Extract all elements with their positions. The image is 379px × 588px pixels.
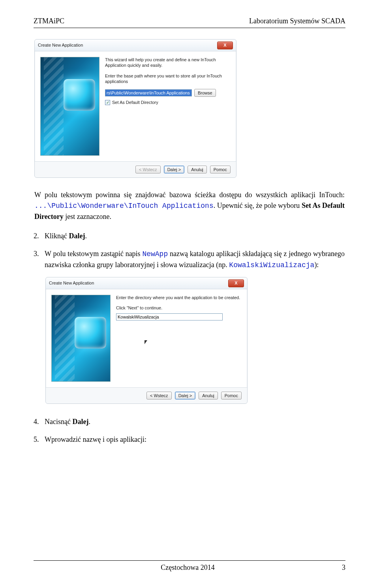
paragraph-1: W polu tekstowym powinna się znajdować b… — [34, 190, 345, 222]
s2-b1: Dalej — [69, 232, 85, 240]
step-3: W polu tekstowym zastąpić napis NewApp n… — [45, 249, 345, 404]
dialog1-titlebar: Create New Application X — [35, 40, 236, 51]
dialog2-intro1: Enter the directory where you want the a… — [116, 295, 242, 300]
cancel-button[interactable]: Anuluj — [188, 166, 207, 173]
dialog-create-app-2: Create New Application X Enter the direc… — [45, 277, 248, 404]
s3-code1: NewApp — [142, 250, 168, 258]
help-button[interactable]: Pomoc — [210, 166, 231, 173]
dialog1-title-text: Create New Application — [38, 42, 83, 49]
cancel-button[interactable]: Anuluj — [199, 392, 218, 400]
next-button[interactable]: Dalej > — [164, 166, 185, 173]
browse-button[interactable]: Browse — [194, 89, 216, 97]
header-left: ZTMAiPC — [34, 16, 64, 26]
footer-rule — [34, 560, 345, 561]
step-4: Nacisnąć Dalej. — [45, 416, 345, 427]
default-dir-label: Set As Default Directory — [112, 99, 158, 106]
next-button[interactable]: Dalej > — [175, 392, 196, 400]
step-2: Kliknąć Dalej. — [45, 231, 345, 241]
s4-b1: Dalej — [72, 418, 88, 426]
s3-t1: W polu tekstowym zastąpić napis — [45, 250, 142, 258]
s4-t2: . — [88, 418, 90, 426]
dialog2-intro2: Click "Next" to continue. — [116, 305, 242, 311]
dialog2-titlebar: Create New Application X — [46, 277, 247, 289]
s3-code2: KowalskiWizualizacja — [229, 261, 314, 269]
help-button[interactable]: Pomoc — [221, 392, 242, 400]
close-icon[interactable]: X — [217, 41, 233, 49]
wizard-side-image — [51, 295, 111, 382]
header-rule — [34, 28, 345, 28]
dialog1-footer: < Wstecz Dalej > Anuluj Pomoc — [35, 161, 236, 177]
s2-t2: . — [85, 232, 87, 240]
path-input[interactable] — [105, 89, 192, 96]
dialog-create-app-1: Create New Application X This wizard wil… — [34, 39, 236, 178]
step-5: Wprowadzić nazwę i opis aplikacji: — [45, 434, 345, 445]
header-right: Laboratorium Systemów SCADA — [249, 16, 345, 26]
s4-t1: Nacisnąć — [45, 418, 72, 426]
p1-t3: jest zaznaczone. — [64, 213, 111, 220]
check-icon[interactable]: ✓ — [105, 100, 110, 105]
s2-t1: Kliknąć — [45, 232, 69, 240]
dialog1-intro1: This wizard will help you create and def… — [105, 57, 231, 68]
p1-t1: W polu tekstowym powinna się znajdować b… — [34, 191, 345, 199]
page-number: 3 — [342, 562, 345, 573]
p1-code: ...\Public\Wonderware\InTouch Applicatio… — [34, 202, 214, 210]
s3-t3: ): — [314, 261, 319, 269]
back-button[interactable]: < Wstecz — [135, 166, 161, 173]
p1-t2: . Upewnić się, że pole wyboru — [214, 202, 302, 209]
dialog2-title-text: Create New Application — [49, 280, 94, 286]
mouse-cursor-icon — [144, 340, 148, 346]
footer-center: Częstochowa 2014 — [161, 562, 214, 573]
close-icon[interactable]: X — [228, 279, 244, 287]
directory-input[interactable] — [116, 313, 223, 320]
dialog1-intro2: Enter the base path where you want to st… — [105, 73, 231, 85]
dialog2-footer: < Wstecz Dalej > Anuluj Pomoc — [46, 387, 247, 403]
default-dir-checkbox-row[interactable]: ✓ Set As Default Directory — [105, 99, 231, 106]
s5-t1: Wprowadzić nazwę i opis aplikacji: — [45, 435, 146, 443]
wizard-side-image — [40, 57, 99, 156]
back-button[interactable]: < Wstecz — [146, 392, 172, 400]
